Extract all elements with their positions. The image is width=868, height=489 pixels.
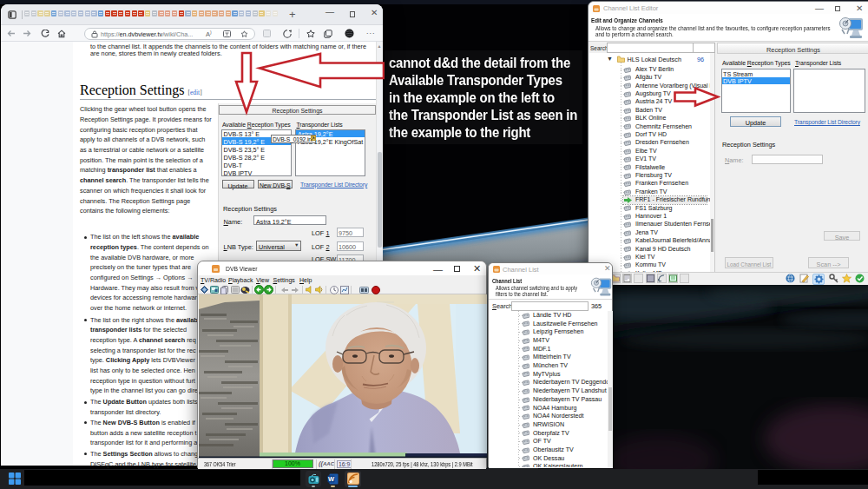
svg-text:W: W: [328, 475, 335, 483]
